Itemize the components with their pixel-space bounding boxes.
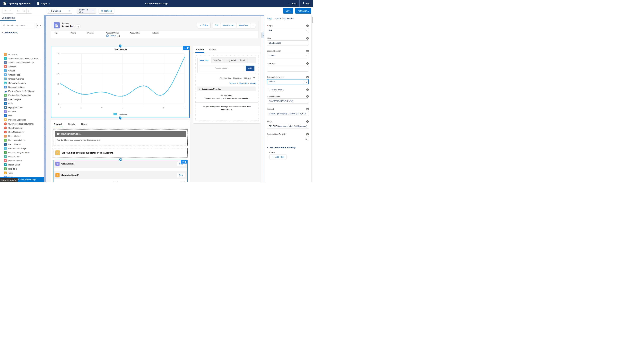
collapse-panel-handle[interactable]: ◀ — [262, 32, 264, 38]
component-settings-button[interactable]: ▼ — [36, 23, 42, 28]
title-input[interactable]: Chart sample — [267, 40, 309, 45]
composer-tab-log-a-call[interactable]: Log a Call — [225, 57, 238, 63]
tab-components[interactable]: Components — [2, 16, 15, 19]
set-component-visibility-header[interactable]: ∨ Set Component Visibility — [264, 146, 311, 149]
cut-button[interactable]: ✂ — [16, 8, 21, 13]
dataset-labels-input[interactable]: ["A","B","C","D","E","F","G"] — [267, 98, 309, 104]
highlights-panel-card[interactable]: Account Acme Inc. ╦ ＋ Follow EditNew Con… — [51, 20, 258, 38]
component-item-path[interactable]: »Path — [0, 114, 44, 118]
record-actions-button[interactable]: ▼ — [181, 181, 185, 182]
component-item-recommendations[interactable]: ☼Recommendations — [0, 138, 44, 142]
standard-section-header[interactable]: ∨ Standard (34) — [0, 29, 44, 35]
info-icon[interactable]: i — [306, 25, 309, 27]
component-item-company-hierarchy[interactable]: ╦Company Hierarchy — [0, 81, 44, 85]
follow-button[interactable]: ＋ Follow — [197, 23, 211, 28]
owner-link[interactable]: User U... — [110, 35, 117, 37]
css-style-input[interactable] — [267, 66, 309, 72]
activation-button[interactable]: Activation... — [295, 8, 311, 14]
legend-position-input[interactable]: bottom✕ — [267, 53, 309, 58]
component-item-quip-document[interactable]: ≡Quip Document — [0, 126, 44, 130]
soql-input[interactable]: SELECT StageName label, SUM(Amount) val — [267, 124, 309, 129]
back-button[interactable]: ← Back — [285, 0, 299, 7]
info-icon[interactable]: i — [306, 62, 309, 65]
move-icon[interactable] — [184, 47, 186, 49]
component-item-record-detail[interactable]: ▤Record Detail — [0, 142, 44, 146]
more-actions-button[interactable]: ▼ — [250, 23, 256, 28]
tab-activity[interactable]: Activity — [196, 48, 204, 53]
component-item-accordion[interactable]: ▤Accordion — [0, 52, 44, 56]
composer-tab-email[interactable]: Email — [238, 57, 247, 63]
info-icon[interactable]: i — [306, 108, 309, 110]
zoom-selector[interactable]: Shrink To View ▼ — [77, 8, 96, 14]
app-home[interactable]: Lightning App Builder — [0, 0, 34, 7]
component-item-einstein-analytics-dashboard[interactable]: ▃▆Einstein Analytics Dashboard — [0, 89, 44, 93]
add-component-handle-bottom[interactable]: + — [119, 117, 122, 119]
component-item-rich-text[interactable]: ¶Rich Text — [0, 167, 44, 171]
activity-component[interactable]: Activity Chatter New TaskNew EventLog a … — [193, 46, 261, 123]
component-item-potential-duplicates[interactable]: ⇈Potential Duplicates — [0, 118, 44, 122]
upcoming-overdue-header[interactable]: ∨ Upcoming & Overdue — [197, 86, 256, 91]
component-item-chatter-feed[interactable]: ❝Chatter Feed — [0, 73, 44, 77]
info-icon[interactable]: i — [306, 50, 309, 52]
new-contact-button[interactable]: New Contact — [220, 23, 236, 28]
add-component-handle-top[interactable]: + — [119, 44, 122, 47]
trash-icon[interactable] — [185, 161, 187, 163]
type-input[interactable]: line✕ — [267, 28, 309, 33]
component-item-flow[interactable]: ≋Flow — [0, 101, 44, 105]
chart-component[interactable]: + + Chart sample 0510152025ABCDEFG proto… — [51, 46, 190, 118]
component-item-event-insights[interactable]: ☌Event Insights — [0, 97, 44, 101]
component-item-activities[interactable]: ▦Activities — [0, 65, 44, 69]
component-item-quip-notifications[interactable]: ≡Quip Notifications — [0, 130, 44, 134]
component-item-quip-associated-documents[interactable]: ≡Quip Associated Documents — [0, 122, 44, 126]
clear-icon[interactable]: ✕ — [304, 54, 307, 57]
permissions-component-outline[interactable]: i Insufficient permissions You don't hav… — [53, 129, 188, 146]
component-item-chatter-publisher[interactable]: ⚡Chatter Publisher — [0, 77, 44, 81]
component-item-report-chart[interactable]: ↗Report Chart — [0, 163, 44, 167]
component-item-related-list-quick-links[interactable]: ⧉Related List Quick Links — [0, 150, 44, 155]
undo-button[interactable]: ↶ — [2, 8, 8, 13]
trash-icon[interactable] — [187, 47, 189, 49]
window-scrollbar[interactable] — [311, 15, 313, 182]
clear-icon[interactable]: ✕ — [304, 29, 307, 32]
component-item-highlights-panel[interactable]: ▀Highlights Panel — [0, 105, 44, 110]
component-item-einstein-next-best-action[interactable]: ✦Einstein Next Best Action — [0, 93, 44, 97]
refresh-button[interactable]: ⟳ Refresh — [99, 8, 114, 14]
info-icon[interactable]: i — [306, 133, 309, 135]
record-actions-button[interactable]: ▼ — [114, 181, 117, 182]
refresh-link[interactable]: Refresh — [230, 82, 236, 84]
component-item-list-view[interactable]: ☰List View — [0, 110, 44, 114]
color-palette-to-use-input[interactable]: default — [267, 79, 309, 84]
composer-tab-new-task[interactable]: New Task — [197, 57, 211, 63]
change-owner-icon[interactable] — [118, 35, 120, 37]
component-item-related-record[interactable]: ▦Related Record — [0, 159, 44, 163]
info-icon[interactable]: i — [306, 120, 309, 123]
info-icon[interactable]: i — [306, 37, 309, 40]
edit-button[interactable]: Edit — [212, 23, 220, 28]
tab-news[interactable]: News — [81, 123, 87, 127]
component-item-related-list-single[interactable]: ≡Related List - Single — [0, 146, 44, 150]
add-filter-button[interactable]: ＋ Add Filter — [269, 155, 287, 160]
expand-all-link[interactable]: Expand All — [238, 82, 247, 84]
tab-chatter[interactable]: Chatter — [209, 48, 216, 53]
view-all-link[interactable]: View All — [250, 82, 256, 84]
component-item-data-com-insights[interactable]: dData.com Insights — [0, 85, 44, 89]
component-search[interactable] — [2, 23, 35, 28]
new-case-button[interactable]: New Case — [236, 23, 250, 28]
paste-button[interactable]: ❑ — [27, 8, 32, 13]
info-icon[interactable]: i — [306, 95, 309, 98]
add-task-button[interactable]: Add — [246, 66, 254, 71]
tab-related[interactable]: Related — [54, 123, 62, 127]
scrollbar-thumb[interactable] — [312, 17, 313, 23]
info-icon[interactable]: i — [306, 88, 309, 91]
tab-details[interactable]: Details — [68, 123, 75, 127]
duplicates-component-outline[interactable]: ⇈ We found no potential duplicates of th… — [53, 148, 188, 158]
component-item-action-plans-list-financial-servi[interactable]: ✓Action Plans List - Financial Servi... — [0, 56, 44, 61]
custom-data-provider-input[interactable] — [267, 136, 309, 141]
filter-button[interactable] — [252, 76, 256, 80]
related-lists-component[interactable]: + ◫ Contacts (0) New ♕ Opportunities (3) — [53, 160, 188, 182]
move-icon[interactable] — [182, 161, 184, 163]
device-selector[interactable]: Desktop ▼ — [47, 8, 72, 14]
dataset-input[interactable]: [{"label":"prototyping", "detail":[10, 5… — [267, 111, 309, 116]
breadcrumb-page-link[interactable]: Page — [267, 17, 272, 20]
new-opportunity-button[interactable]: New — [177, 173, 185, 177]
